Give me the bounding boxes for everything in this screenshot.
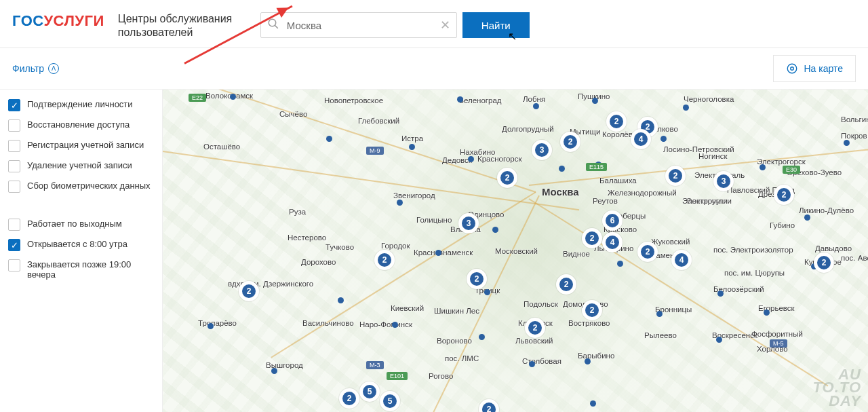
map-marker[interactable] bbox=[533, 103, 539, 109]
cursor-icon: ↖ bbox=[508, 30, 517, 43]
map-marker[interactable] bbox=[468, 156, 474, 162]
content: Подтверждение личностиВосстановление дос… bbox=[0, 90, 868, 412]
map-cluster[interactable]: 2 bbox=[560, 132, 580, 152]
map-marker[interactable] bbox=[392, 322, 398, 328]
map-marker[interactable] bbox=[760, 164, 766, 170]
checkbox-icon bbox=[8, 140, 20, 152]
map-marker[interactable] bbox=[617, 261, 623, 267]
map-marker[interactable] bbox=[492, 227, 498, 233]
header: ГОСУСЛУГИ Центры обслуживания пользовате… bbox=[0, 0, 868, 48]
map-cluster[interactable]: 4 bbox=[631, 129, 651, 149]
filter-label: Открывается с 8:00 утра bbox=[27, 239, 127, 249]
map-cluster[interactable]: 4 bbox=[671, 250, 692, 270]
map-cluster[interactable]: 2 bbox=[774, 185, 794, 205]
checkbox-icon bbox=[8, 239, 20, 251]
map-cluster[interactable]: 2 bbox=[556, 274, 576, 295]
map-marker[interactable] bbox=[717, 291, 724, 297]
checkbox-icon bbox=[8, 160, 20, 172]
map-marker[interactable] bbox=[764, 310, 770, 316]
checkbox-icon bbox=[8, 119, 20, 132]
map-marker[interactable] bbox=[716, 337, 722, 343]
map-marker[interactable] bbox=[529, 361, 535, 367]
search-icon bbox=[267, 18, 279, 33]
map-marker[interactable] bbox=[271, 368, 277, 374]
filter-option[interactable]: Работает по выходным bbox=[8, 219, 154, 231]
map-marker[interactable] bbox=[409, 144, 415, 150]
map-marker[interactable] bbox=[230, 94, 236, 100]
checkbox-icon bbox=[8, 219, 20, 231]
map-marker[interactable] bbox=[595, 162, 601, 168]
map-marker[interactable] bbox=[683, 105, 689, 111]
map-background bbox=[163, 90, 868, 412]
map-cluster[interactable]: 2 bbox=[239, 281, 259, 301]
map-marker[interactable] bbox=[338, 297, 344, 303]
svg-line-1 bbox=[275, 26, 277, 29]
site-logo: ГОСУСЛУГИ bbox=[12, 12, 104, 30]
map-cluster[interactable]: 4 bbox=[602, 232, 623, 252]
map-cluster[interactable]: 2 bbox=[606, 111, 627, 132]
page-title: Центры обслуживания пользователей bbox=[118, 12, 240, 39]
map-cluster[interactable]: 2 bbox=[467, 269, 487, 289]
svg-point-2 bbox=[788, 64, 797, 73]
map-cluster[interactable]: 2 bbox=[339, 388, 359, 409]
filter-label: Сбор биометрических данных bbox=[27, 181, 151, 191]
filter-sidebar: Подтверждение личностиВосстановление дос… bbox=[0, 90, 163, 412]
checkbox-icon bbox=[8, 181, 20, 193]
map-cluster[interactable]: 3 bbox=[713, 171, 734, 191]
map-canvas[interactable]: МоскваЗеленоградПушкиноЛобняЧерноголовка… bbox=[163, 90, 868, 412]
filter-option[interactable]: Регистрация учетной записи bbox=[8, 140, 154, 152]
filter-label: Удаление учетной записи bbox=[27, 160, 132, 170]
filter-option[interactable]: Открывается с 8:00 утра bbox=[8, 239, 154, 251]
search-input[interactable] bbox=[260, 12, 457, 38]
map-marker[interactable] bbox=[326, 136, 332, 142]
map-marker[interactable] bbox=[484, 289, 490, 295]
map-cluster[interactable]: 2 bbox=[497, 168, 517, 188]
map-cluster[interactable]: 2 bbox=[637, 242, 658, 262]
filter-label: Работает по выходным bbox=[27, 219, 122, 229]
map-cluster[interactable]: 2 bbox=[582, 228, 602, 248]
map-cluster[interactable]: 5 bbox=[380, 391, 400, 411]
map-cluster[interactable]: 2 bbox=[582, 300, 602, 320]
map-cluster[interactable]: 2 bbox=[374, 250, 395, 270]
map-view-button[interactable]: На карте bbox=[773, 55, 856, 82]
checkbox-icon bbox=[8, 259, 20, 271]
filter-option[interactable]: Восстановление доступа bbox=[8, 119, 154, 132]
map-marker[interactable] bbox=[457, 96, 463, 102]
map-cluster[interactable]: 2 bbox=[814, 252, 834, 273]
filter-option[interactable]: Удаление учетной записи bbox=[8, 160, 154, 172]
map-cluster[interactable]: 5 bbox=[359, 381, 380, 402]
map-marker[interactable] bbox=[656, 311, 663, 317]
filter-label: Подтверждение личности bbox=[27, 99, 133, 109]
filter-option[interactable]: Сбор биометрических данных bbox=[8, 181, 154, 193]
chevron-up-icon: ᐱ bbox=[48, 63, 59, 74]
filter-option[interactable]: Подтверждение личности bbox=[8, 99, 154, 111]
map-cluster[interactable]: 3 bbox=[532, 140, 552, 160]
map-marker[interactable] bbox=[208, 323, 214, 329]
checkbox-icon bbox=[8, 99, 20, 111]
map-marker[interactable] bbox=[397, 200, 403, 206]
map-marker[interactable] bbox=[559, 166, 565, 172]
map-cluster[interactable]: 6 bbox=[602, 210, 623, 231]
svg-point-0 bbox=[269, 19, 276, 26]
sub-header: Фильтр ᐱ На карте bbox=[0, 48, 868, 90]
clear-icon[interactable]: ✕ bbox=[440, 18, 450, 33]
filter-label: Восстановление доступа bbox=[27, 119, 130, 130]
map-cluster[interactable]: 3 bbox=[458, 213, 479, 233]
map-marker[interactable] bbox=[479, 334, 485, 340]
filter-label: Закрывается позже 19:00 вечера bbox=[27, 259, 154, 280]
map-marker[interactable] bbox=[590, 400, 596, 407]
map-cluster[interactable]: 2 bbox=[525, 318, 545, 338]
map-marker[interactable] bbox=[804, 214, 810, 221]
map-marker[interactable] bbox=[585, 358, 591, 364]
search-form: ✕ Найти ↖ bbox=[260, 12, 530, 38]
filter-option[interactable]: Закрывается позже 19:00 вечера bbox=[8, 259, 154, 280]
location-pin-icon bbox=[786, 62, 798, 75]
map-cluster[interactable]: 2 bbox=[665, 166, 686, 186]
map-marker[interactable] bbox=[844, 140, 850, 146]
map-marker[interactable] bbox=[592, 98, 598, 104]
search-button[interactable]: Найти bbox=[462, 12, 530, 38]
filter-toggle[interactable]: Фильтр ᐱ bbox=[12, 63, 59, 74]
svg-point-3 bbox=[791, 67, 794, 71]
map-marker[interactable] bbox=[660, 136, 667, 142]
map-marker[interactable] bbox=[435, 250, 441, 256]
